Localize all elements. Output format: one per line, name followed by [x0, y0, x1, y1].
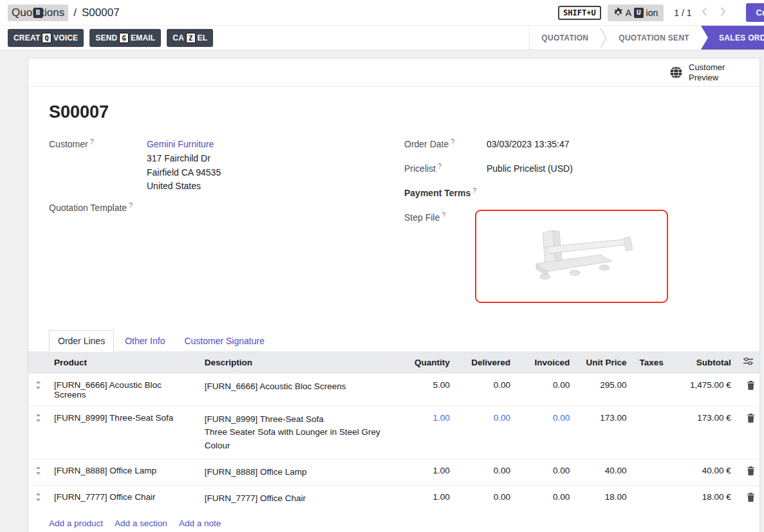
cell-invoiced[interactable]: 0.00 — [517, 374, 576, 407]
drag-handle[interactable] — [28, 486, 48, 512]
table-row: [FURN_6666] Acoustic Bloc Screens [FURN_… — [28, 374, 759, 407]
pager-previous-button[interactable] — [698, 5, 711, 21]
cell-unit-price[interactable]: 295.00 — [576, 374, 633, 407]
trash-icon — [747, 414, 755, 423]
cell-delivered[interactable]: 0.00 — [456, 374, 517, 407]
cell-quantity[interactable]: 1.00 — [395, 459, 456, 485]
cell-quantity[interactable]: 1.00 — [395, 486, 456, 512]
help-question-mark: ? — [451, 138, 454, 145]
cell-subtotal: 40.00 € — [667, 459, 738, 485]
cell-product[interactable]: [FURN_8999] Three-Seat Sofa — [48, 407, 198, 459]
drag-handle[interactable] — [28, 374, 48, 407]
add-section-link[interactable]: Add a section — [115, 518, 167, 528]
create-button[interactable]: Create — [746, 3, 764, 22]
cell-description[interactable]: [FURN_7777] Office Chair — [198, 486, 395, 512]
kbd-hint-g: G — [119, 33, 129, 43]
cell-description[interactable]: [FURN_6666] Acoustic Bloc Screens — [198, 374, 395, 407]
create-invoice-button[interactable]: CREAT Q VOICE — [8, 29, 84, 47]
kbd-hint-shift-u: SHIFT+U — [558, 6, 601, 20]
drag-handle[interactable] — [28, 459, 48, 485]
action-label-start: A — [626, 8, 631, 18]
step-file-preview[interactable] — [475, 210, 668, 303]
breadcrumb-quotations[interactable]: Quotations B — [8, 5, 68, 21]
kbd-hint-q: Q — [42, 33, 51, 43]
tab-order-lines[interactable]: Order Lines — [49, 330, 114, 352]
tab-customer-signature[interactable]: Customer Signature — [176, 331, 273, 351]
field-pricelist-label: Pricelist — [404, 163, 436, 174]
cell-taxes[interactable] — [633, 407, 666, 459]
order-date-value[interactable]: 03/03/2023 13:35:47 — [487, 139, 569, 158]
cell-invoiced[interactable]: 0.00 — [517, 486, 576, 512]
statusbar: QUOTATION QUOTATION SENT SALES ORDER — [529, 26, 764, 50]
cell-product[interactable]: [FURN_8888] Office Lamp — [48, 459, 198, 485]
delete-row-button[interactable] — [744, 413, 758, 425]
send-email-button[interactable]: SEND G EMAIL — [89, 29, 161, 47]
breadcrumb: Quotations B / S00007 — [8, 5, 120, 21]
cell-invoiced[interactable]: 0.00 — [517, 407, 576, 459]
cell-unit-price[interactable]: 173.00 — [576, 407, 633, 459]
cell-product[interactable]: [FURN_6666] Acoustic Bloc Screens — [48, 374, 198, 407]
chevron-right-icon — [720, 7, 726, 16]
cell-taxes[interactable] — [633, 374, 666, 407]
optional-columns-button[interactable] — [738, 351, 759, 374]
cell-delete — [738, 486, 759, 512]
col-header-handle — [28, 351, 48, 374]
help-question-mark: ? — [442, 211, 445, 219]
kbd-hint-u: U — [634, 8, 644, 18]
col-header-unit-price: Unit Price — [576, 351, 633, 374]
stage-quotation[interactable]: QUOTATION — [530, 26, 600, 50]
delete-row-button[interactable] — [744, 380, 758, 392]
table-row: [FURN_8888] Office Lamp [FURN_8888] Offi… — [28, 459, 759, 485]
add-line-links: Add a product Add a section Add a note — [28, 511, 759, 532]
cell-product[interactable]: [FURN_7777] Office Chair — [48, 486, 198, 512]
cell-taxes[interactable] — [633, 486, 666, 512]
tab-other-info[interactable]: Other Info — [116, 331, 173, 351]
sheet-toolbar: Customer Preview — [28, 59, 759, 87]
cell-delivered[interactable]: 0.00 — [456, 486, 517, 512]
field-payment-terms-label: Payment Terms — [404, 188, 471, 198]
cell-unit-price[interactable]: 40.00 — [576, 459, 633, 485]
trash-icon — [747, 466, 755, 475]
cell-delivered[interactable]: 0.00 — [456, 459, 517, 485]
customer-address: 317 Fairchild Dr Fairfield CA 94535 Unit… — [147, 152, 221, 194]
cell-quantity[interactable]: 1.00 — [395, 407, 456, 459]
right-column: Order Date? 03/03/2023 13:35:47 Pricelis… — [404, 139, 730, 308]
cell-unit-price[interactable]: 18.00 — [576, 486, 633, 512]
kbd-hint-b: B — [33, 8, 43, 18]
col-header-product: Product — [48, 351, 198, 374]
cell-invoiced[interactable]: 0.00 — [517, 459, 576, 485]
create-invoice-label-end: VOICE — [53, 33, 78, 42]
add-product-link[interactable]: Add a product — [49, 518, 103, 528]
cell-delete — [738, 459, 759, 485]
cell-delivered[interactable]: 0.00 — [456, 407, 517, 459]
cell-quantity[interactable]: 5.00 — [395, 374, 456, 407]
customer-preview-button[interactable]: Customer Preview — [669, 62, 732, 82]
delete-row-button[interactable] — [744, 492, 758, 504]
customer-link[interactable]: Gemini Furniture — [147, 139, 214, 149]
page-title: S00007 — [49, 102, 730, 122]
help-question-mark: ? — [129, 201, 133, 209]
send-email-label-start: SEND — [95, 33, 117, 42]
send-email-label-end: EMAIL — [131, 33, 155, 42]
pager-next-button[interactable] — [717, 5, 729, 21]
action-menu-button[interactable]: A U ion — [608, 5, 664, 21]
cell-delete — [738, 407, 759, 459]
stage-sales-order[interactable]: SALES ORDER — [701, 26, 764, 50]
cell-taxes[interactable] — [633, 459, 666, 485]
kbd-hint-z: Z — [186, 33, 196, 43]
breadcrumb-current: S00007 — [82, 6, 120, 19]
add-note-link[interactable]: Add a note — [179, 518, 221, 528]
pager-value[interactable]: 1 / 1 — [674, 8, 691, 18]
field-step-file-label: Step File — [404, 212, 440, 223]
cell-subtotal: 1,475.00 € — [667, 374, 738, 407]
cell-description[interactable]: [FURN_8999] Three-Seat Sofa Three Seater… — [198, 407, 395, 459]
pricelist-value[interactable]: Public Pricelist (USD) — [487, 163, 573, 183]
help-question-mark: ? — [90, 138, 94, 145]
stage-quotation-sent[interactable]: QUOTATION SENT — [607, 26, 701, 50]
delete-row-button[interactable] — [744, 466, 758, 478]
table-header-row: Product Description Quantity Delivered I… — [28, 351, 759, 374]
drag-handle-icon — [35, 466, 41, 475]
drag-handle[interactable] — [28, 407, 48, 459]
cell-description[interactable]: [FURN_8888] Office Lamp — [198, 459, 395, 485]
cancel-button[interactable]: CA Z EL — [167, 29, 213, 47]
